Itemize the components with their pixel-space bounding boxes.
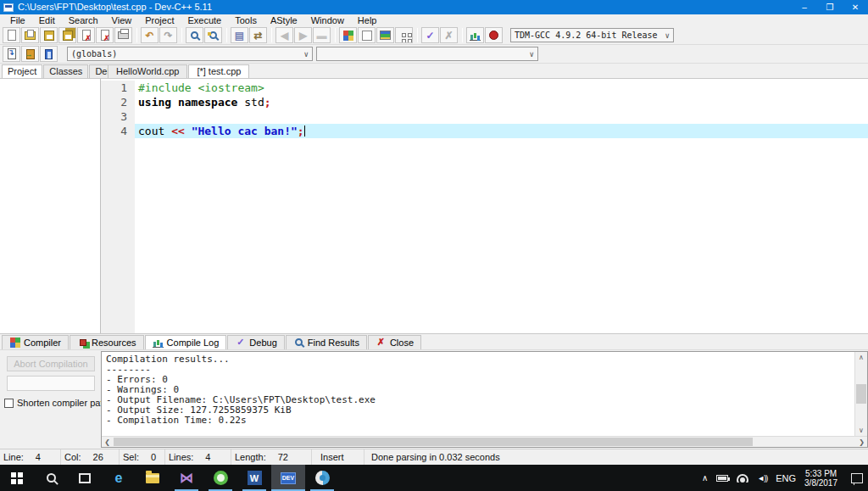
undo-icon[interactable]: ↶ <box>141 27 159 43</box>
compile-icon[interactable]: ✓ <box>421 27 439 43</box>
code-editor[interactable]: 1#include <iostream>2using namespace std… <box>101 79 868 333</box>
edge-icon[interactable]: e <box>102 465 136 491</box>
minimize-button[interactable]: – <box>792 0 817 14</box>
package-manager-icon[interactable] <box>395 27 413 43</box>
coc-coc-browser-icon[interactable] <box>203 465 237 491</box>
scroll-down-icon[interactable]: ∨ <box>859 425 864 436</box>
volume-icon[interactable]: ◄)) <box>757 474 767 483</box>
redo-icon[interactable]: ↷ <box>159 27 177 43</box>
tab-find-results[interactable]: Find Results <box>286 335 367 349</box>
swap-header-source-icon[interactable]: ⇄ <box>249 27 267 43</box>
tab-resources[interactable]: Resources <box>70 335 144 349</box>
editor-blank[interactable] <box>135 138 868 333</box>
debug-icon: ✓ <box>235 337 246 348</box>
abort-compilation-button[interactable]: Abort Compilation <box>7 356 95 371</box>
menu-file[interactable]: File <box>3 14 32 26</box>
abort-compilation-icon[interactable]: ✗ <box>440 27 458 43</box>
open-file-icon[interactable] <box>21 27 39 43</box>
scrollbar-thumb[interactable] <box>114 438 753 446</box>
goto-bookmark-icon[interactable] <box>40 46 58 62</box>
battery-icon[interactable] <box>716 475 728 482</box>
menu-window[interactable]: Window <box>304 14 351 26</box>
vertical-scrollbar[interactable]: ∧ ∨ <box>854 352 867 436</box>
print-icon[interactable] <box>114 27 132 43</box>
menu-help[interactable]: Help <box>351 14 384 26</box>
file-explorer-icon[interactable] <box>136 465 170 491</box>
tab-close[interactable]: ✗Close <box>368 335 421 349</box>
menu-view[interactable]: View <box>105 14 139 26</box>
menu-execute[interactable]: Execute <box>181 14 228 26</box>
project-panel[interactable] <box>0 79 101 333</box>
menu-tools[interactable]: Tools <box>228 14 264 26</box>
new-project-icon[interactable] <box>339 27 357 43</box>
scroll-right-icon[interactable]: ❯ <box>856 438 867 446</box>
new-project-glyph <box>343 31 353 41</box>
clock[interactable]: 5:33 PM 3/8/2017 <box>804 469 837 488</box>
goto-line-icon[interactable]: ▤ <box>231 27 248 43</box>
window-title: C:\Users\FPT\Desktop\test.cpp - Dev-C++ … <box>18 0 212 14</box>
code-line: 4cout << "Hello cac ban!"; <box>101 124 868 138</box>
status-label: Line: <box>3 452 24 462</box>
replace-icon[interactable] <box>204 27 222 43</box>
start-icon[interactable] <box>0 465 34 491</box>
toggle-bookmark-icon[interactable] <box>21 46 39 62</box>
code-text[interactable]: #include <iostream> <box>135 81 868 95</box>
globals-select[interactable]: (globals) ∨ <box>67 47 313 61</box>
visual-studio-icon[interactable]: ⋈ <box>170 465 203 491</box>
menu-edit[interactable]: Edit <box>32 14 62 26</box>
wifi-icon[interactable] <box>737 474 748 483</box>
status-sel-: Sel:0 <box>120 449 165 465</box>
tab-classes[interactable]: Classes <box>43 64 88 78</box>
syntax-check-icon[interactable]: ▬ <box>313 27 331 43</box>
word-icon[interactable]: W <box>237 465 271 491</box>
folder-glyph <box>146 473 159 483</box>
menu-astyle[interactable]: AStyle <box>264 14 304 26</box>
delete-profiling-icon[interactable] <box>485 27 503 43</box>
tray-chevron-up-icon[interactable]: ∧ <box>702 473 708 483</box>
edge-glyph: e <box>115 471 123 486</box>
code-text[interactable]: cout << "Hello cac ban!"; <box>135 124 868 138</box>
status-value: 72 <box>278 452 288 462</box>
toolbar-class-browser: (globals) ∨ ∨ <box>0 45 868 64</box>
close-icon: ✗ <box>376 337 387 348</box>
find-icon[interactable] <box>186 27 203 43</box>
file-tab--test-cpp[interactable]: [*] test.cpp <box>188 64 249 78</box>
close-file-icon[interactable] <box>77 27 95 43</box>
status-insert: Insert <box>312 449 364 465</box>
profile-analysis-icon[interactable] <box>466 27 484 43</box>
close-all-icon[interactable] <box>96 27 114 43</box>
project-options-icon[interactable] <box>376 27 394 43</box>
task-view-icon[interactable] <box>68 465 102 491</box>
save-all-icon[interactable] <box>58 27 76 43</box>
tab-debug[interactable]: ✓Debug <box>227 335 284 349</box>
action-center-icon[interactable] <box>851 473 863 483</box>
save-icon[interactable] <box>40 27 58 43</box>
shorten-paths-checkbox[interactable] <box>4 399 14 408</box>
scroll-up-icon[interactable]: ∧ <box>859 352 864 363</box>
scroll-left-icon[interactable]: ❮ <box>102 438 113 446</box>
new-file-glyph <box>8 30 16 41</box>
tab-project[interactable]: Project <box>2 64 42 78</box>
horizontal-scrollbar[interactable]: ❮ ❯ <box>102 436 867 447</box>
paint-app-icon[interactable] <box>305 465 339 491</box>
tab-compile-log[interactable]: Compile Log <box>145 335 227 349</box>
back-icon[interactable]: ◀ <box>275 27 293 43</box>
scrollbar-thumb[interactable] <box>856 384 866 404</box>
menu-project[interactable]: Project <box>138 14 181 26</box>
restore-button[interactable]: ❐ <box>817 0 843 14</box>
remove-from-project-icon[interactable] <box>358 27 376 43</box>
insert-icon[interactable] <box>3 46 20 62</box>
compiler-select[interactable]: TDM-GCC 4.9.2 64-bit Release ∨ <box>510 28 674 42</box>
forward-icon[interactable]: ▶ <box>294 27 312 43</box>
language-indicator[interactable]: ENG <box>776 473 796 483</box>
code-text[interactable] <box>135 109 868 124</box>
members-select[interactable]: ∨ <box>316 47 538 61</box>
file-tab-helloworld-cpp[interactable]: HelloWorld.cpp <box>108 64 187 78</box>
search-icon[interactable] <box>34 465 68 491</box>
dev-cpp-icon[interactable]: DEV <box>271 465 305 491</box>
menu-search[interactable]: Search <box>62 14 105 26</box>
tab-compiler[interactable]: Compiler <box>2 335 69 349</box>
close-button[interactable]: ✕ <box>843 0 868 14</box>
new-file-icon[interactable] <box>3 27 20 43</box>
code-text[interactable]: using namespace std; <box>135 95 868 109</box>
